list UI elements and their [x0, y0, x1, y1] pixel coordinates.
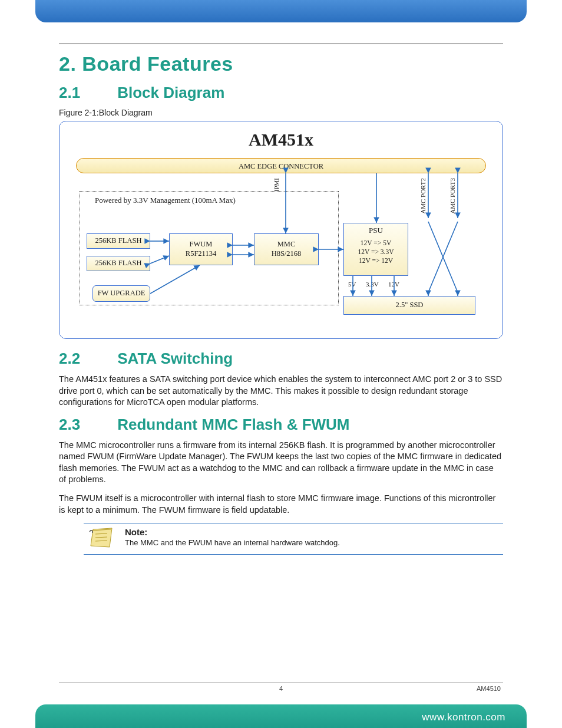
- fw-upgrade-block: FW UPGRADE: [92, 285, 150, 302]
- mmc-line2: H8S/2168: [272, 249, 302, 259]
- section-number: 2.3: [59, 416, 113, 434]
- header-bar: [35, 0, 527, 22]
- psu-line3: 12V => 12V: [359, 256, 393, 265]
- svg-line-11: [428, 222, 458, 292]
- section-number: 2.2: [59, 350, 113, 368]
- ipmi-label: IPMI: [273, 178, 280, 192]
- psu-title: PSU: [369, 226, 383, 235]
- management-label: Powered by 3.3V Management (100mA Max): [95, 196, 236, 205]
- section-number: 2.1: [59, 84, 113, 102]
- footer-url: www.kontron.com: [422, 711, 505, 723]
- fwum-block: FWUM R5F21134: [169, 233, 233, 265]
- mmc-line1: MMC: [277, 240, 296, 249]
- psu-out-33v: 3.3V: [366, 281, 379, 288]
- section-2-1-heading: 2.1 Block Diagram: [59, 84, 503, 102]
- fwum-line1: FWUM: [190, 240, 213, 249]
- mmc-block: MMC H8S/2168: [254, 233, 319, 265]
- note-box: Note: The MMC and the FWUM have an inter…: [84, 523, 503, 555]
- amc-port3-label: AMC PORT3: [449, 178, 456, 214]
- psu-line2: 12V => 3.3V: [358, 248, 394, 256]
- figure-label: Figure 2-1:Block Diagram: [59, 108, 503, 117]
- sata-paragraph: The AM451x features a SATA switching por…: [59, 374, 503, 409]
- mmc-paragraph-1: The MMC microcontroller runs a firmware …: [59, 440, 503, 486]
- section-2-2-heading: 2.2 SATA Switching: [59, 350, 503, 368]
- svg-line-10: [428, 222, 458, 292]
- footer-rule: [59, 683, 503, 683]
- block-diagram: AM451x AMC EDGE CONNECTOR Powered by 3.3…: [59, 121, 503, 339]
- flash-2-block: 256KB FLASH: [87, 256, 150, 271]
- amc-port2-label: AMC PORT2: [419, 178, 427, 214]
- flash-1-block: 256KB FLASH: [87, 233, 150, 249]
- chapter-heading: 2. Board Features: [59, 52, 503, 75]
- psu-out-5v: 5V: [348, 281, 356, 288]
- mmc-paragraph-2: The FWUM itself is a microcontroller wit…: [59, 493, 503, 516]
- note-body: Note: The MMC and the FWUM have an inter…: [125, 527, 340, 547]
- note-text: The MMC and the FWUM have an internal ha…: [125, 538, 340, 547]
- psu-out-12v: 12V: [388, 281, 399, 288]
- section-title: SATA Switching: [117, 350, 233, 367]
- section-title: Redundant MMC Flash & FWUM: [117, 416, 349, 433]
- fwum-line2: R5F21134: [186, 249, 216, 259]
- section-2-3-heading: 2.3 Redundant MMC Flash & FWUM: [59, 416, 503, 434]
- footer-model: AM4510: [477, 685, 501, 692]
- ssd-block: 2.5" SSD: [343, 296, 475, 315]
- psu-block: PSU 12V => 5V 12V => 3.3V 12V => 12V: [343, 223, 408, 276]
- section-title: Block Diagram: [117, 84, 224, 101]
- amc-edge-connector: AMC EDGE CONNECTOR: [76, 158, 486, 173]
- note-title: Note:: [125, 527, 340, 537]
- chapter-number: 2.: [59, 52, 76, 75]
- psu-line1: 12V => 5V: [361, 239, 391, 248]
- fw-upgrade-label: FW UPGRADE: [98, 289, 146, 298]
- diagram-title: AM451x: [59, 130, 503, 150]
- page-content: 2. Board Features 2.1 Block Diagram Figu…: [59, 44, 503, 555]
- note-icon: [88, 527, 114, 549]
- chapter-title: Board Features: [82, 52, 233, 75]
